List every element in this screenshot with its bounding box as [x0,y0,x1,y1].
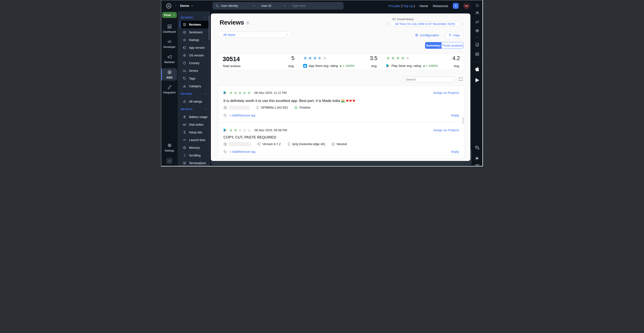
tab-trend-analysis[interactable]: Trend analysis [442,42,463,48]
add-button[interactable]: + [453,3,459,9]
review-doc-icon [183,23,186,26]
sidebar-item-battery-usage[interactable]: Battery usage [178,113,210,121]
sidebar-item-os-version[interactable]: OS version [178,52,210,59]
sidebar-item-scrolling[interactable]: Scrolling [178,152,210,159]
reply-link[interactable]: Reply [451,114,459,117]
nav-developer[interactable]: Developer [161,39,178,48]
sidebar-item-ratings[interactable]: Ratings [178,36,210,44]
tab-summary[interactable]: Summary [425,42,442,48]
sidebar-item-disk-writes[interactable]: Disk writes [178,121,210,128]
document-lines-icon[interactable] [475,52,479,56]
project-selector[interactable]: Demo [180,4,193,8]
google-play-icon[interactable] [475,78,479,82]
sidebar-item-reviews[interactable]: Reviews [180,21,209,28]
search-field-select[interactable]: User ID [261,4,286,8]
add-remove-tag-link[interactable]: + Add/Remove tag [230,150,255,154]
sidebar-item-all-ratings[interactable]: All ratings [178,98,210,105]
store-filter-select[interactable]: All Store [218,32,292,38]
total-reviews-value: 30514 [222,56,294,62]
sentiment-neutral-icon [332,142,335,146]
chevron-down-icon [204,92,207,95]
sidebar-item-app-version[interactable]: App version [178,44,210,52]
sidebar-item-tags[interactable]: Tags [178,74,210,82]
search-icon [216,4,219,8]
ram-chip-icon [183,123,186,126]
sidebar-item-device[interactable]: Device [178,67,210,74]
appstore-stars: ★★★★★★ [303,56,378,61]
section-header-ratings[interactable]: RATINGS [178,90,210,98]
date-next-arrow[interactable] [462,21,465,27]
rail-divider [475,62,479,62]
sidebar-item-label: Battery usage [189,115,208,118]
environment-selector[interactable]: Prod. [162,12,177,18]
date-prev-arrow[interactable] [386,21,390,27]
clover-icon[interactable] [475,28,479,33]
chevron-down-icon [204,16,207,19]
home-link[interactable]: Home [420,4,428,8]
section-header-reviews[interactable]: REVIEWS [178,14,210,21]
sidebar-item-label: Memory [189,146,200,150]
date-range-selector[interactable]: All Time (10 July 2008 to 07 November 20… [391,21,460,27]
sidebar-item-category[interactable]: Category [178,82,210,90]
search-field-value: User ID [261,4,271,8]
phone-icon [256,106,259,109]
smiley-icon [183,30,186,34]
list-scrollbar-thumb[interactable] [462,117,464,124]
sidebar-item-memory[interactable]: Memory [178,144,210,152]
sidebar-item-label: Terminations [189,161,206,165]
resources-link[interactable]: Resources [433,4,448,8]
section-header-metrics[interactable]: METRICS [178,105,210,113]
assign-on-projects-link[interactable]: Assign on Projects [434,91,459,94]
star-outline-icon [183,38,186,42]
configuration-button[interactable]: Configuration [415,32,439,38]
filter-button[interactable]: Filter [445,32,464,38]
nav-marketer[interactable]: Marketer [161,54,178,64]
swap-arrows-icon[interactable] [475,20,479,24]
plan-upgrade-link[interactable]: Pro plan ( Top up ) [388,4,415,8]
sidebar-scrollbar-thumb[interactable] [209,16,210,40]
reviews-search-input[interactable] [403,76,454,82]
terminations-icon [183,161,186,165]
fullscreen-icon[interactable] [459,77,463,81]
sidebar-item-launch-time[interactable]: Launch time [178,136,210,144]
search-input-placeholder[interactable]: Type here [292,4,306,8]
triangle-up-icon [423,65,425,67]
nav-dashboard[interactable]: Dashboard [161,24,178,33]
users-icon[interactable] [475,11,479,15]
sidebar-item-label: Disk writes [189,123,204,126]
glossary-az-book-icon[interactable]: A-Z [475,42,479,47]
help-icon[interactable]: ? [246,21,250,25]
apps-grid-icon[interactable] [475,4,479,7]
apple-icon[interactable] [475,66,479,72]
plan-label: Pro plan [388,4,400,8]
user-avatar[interactable] [463,2,470,9]
phone-icon [287,142,290,146]
topup-link[interactable]: Top up [403,4,413,8]
search-scope-select[interactable]: User identity [221,4,255,8]
chat-comments-icon[interactable] [475,146,480,150]
sidebar-item-sentiment[interactable]: Sentiment [178,28,210,36]
apptics-logo-icon[interactable] [166,3,172,9]
sidebar-item-terminations[interactable]: Terminations [178,159,210,166]
reviewer-name-redacted [229,106,249,110]
review-sentiment: Positive [300,106,310,109]
dashboard-icon [167,24,172,29]
reviews-page: Reviews ? IST (Asia/Kolkata) All Time (1… [211,14,470,161]
reply-link[interactable]: Reply [451,150,459,154]
hourglass-icon [183,130,186,134]
theme-brightness-toggle-icon[interactable] [475,156,480,161]
google-play-icon [386,64,390,68]
total-reviews-stat: 30514 Total reviews 5 Avg. [218,54,299,70]
sidebar-item-label: Scrolling [189,154,200,157]
nav-aso[interactable]: ASO [162,68,177,80]
nav-integration[interactable]: Integration [161,85,178,94]
collapse-sidebar-button[interactable] [166,158,172,164]
assign-on-projects-link[interactable]: Assign on Projects [434,128,459,132]
nav-settings-label: Settings [165,149,174,152]
add-remove-tag-link[interactable]: + Add/Remove tag [230,114,255,117]
sidebar-item-country[interactable]: Country [178,59,210,67]
sidebar-item-hang-rate[interactable]: Hang rate [178,128,210,136]
nav-settings[interactable]: Settings [161,143,178,152]
tag-icon [183,77,186,80]
sidebar-item-label: Ratings [189,38,199,42]
